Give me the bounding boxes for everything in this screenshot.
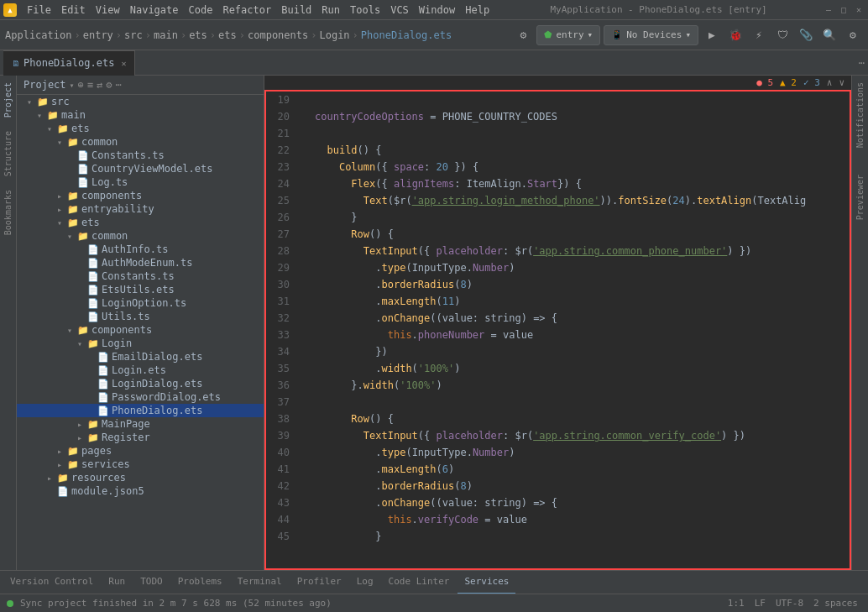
code-line-43[interactable]: .onChange((value: string) => { [315,494,843,511]
code-line-39[interactable]: TextInput({ placeholder: $r('app.string.… [315,427,843,444]
breadcrumb-src[interactable]: src [124,29,143,41]
tree-item-ets2[interactable]: ▾📁ets [17,216,264,229]
panel-sync-icon[interactable]: ⇄ [97,79,102,91]
tree-item-EtsUtils.ets[interactable]: 📄EtsUtils.ets [17,283,264,296]
close-button[interactable]: ✕ [853,4,865,16]
code-line-26[interactable]: } [315,209,843,226]
indent[interactable]: 2 spaces [810,598,861,609]
menu-navigate[interactable]: Navigate [125,0,184,20]
error-collapse-icon[interactable]: ∨ [839,77,844,88]
encoding[interactable]: UTF-8 [772,598,807,609]
code-line-40[interactable]: .type(InputType.Number) [315,444,843,461]
code-line-35[interactable]: .width('100%') [315,360,843,377]
tree-item-Constants.ts[interactable]: 📄Constants.ts [17,149,264,162]
menu-build[interactable]: Build [276,0,316,20]
tree-item-Login[interactable]: ▾📁Login [17,337,264,350]
tree-item-common2[interactable]: ▾📁common [17,229,264,243]
tree-item-AuthInfo.ts[interactable]: 📄AuthInfo.ts [17,243,264,256]
error-badge[interactable]: ● 5 [756,77,773,88]
previewer-label[interactable]: Previewer [855,171,865,223]
tree-item-Login.ets[interactable]: 📄Login.ets [17,364,264,377]
menu-view[interactable]: View [91,0,125,20]
warn-badge[interactable]: ▲ 2 [780,77,797,88]
line-ending[interactable]: LF [751,598,769,609]
menu-vcs[interactable]: VCS [385,0,414,20]
breadcrumb-login[interactable]: Login [319,29,349,41]
tree-item-components[interactable]: ▸📁components [17,189,264,202]
menu-edit[interactable]: Edit [56,0,91,20]
code-editor[interactable]: 1920212223242526272829303132333435363738… [264,90,851,570]
bottom-tab-profiler[interactable]: Profiler [290,571,348,594]
tree-item-services[interactable]: ▸📁services [17,458,264,471]
code-line-22[interactable]: build() { [315,142,843,159]
bottom-tab-services[interactable]: Services [458,571,515,594]
structure-panel-label[interactable]: Structure [2,124,14,183]
menu-window[interactable]: Window [414,0,460,20]
code-line-38[interactable]: Row() { [315,411,843,427]
menu-file[interactable]: File [22,0,56,20]
code-line-45[interactable]: } [315,528,843,545]
bookmarks-panel-label[interactable]: Bookmarks [2,183,14,242]
code-line-21[interactable] [315,125,843,142]
tree-item-PhoneDialog.ets[interactable]: 📄PhoneDialog.ets [17,404,264,417]
settings-icon-btn[interactable]: ⚙ [843,25,863,45]
code-line-32[interactable]: .onChange((value: string) => { [315,310,843,327]
tree-item-common[interactable]: ▾📁common [17,135,264,149]
panel-dropdown-icon[interactable]: ▾ [70,81,75,90]
info-badge[interactable]: ✓ 3 [803,77,820,88]
tree-item-pages[interactable]: ▸📁pages [17,444,264,458]
breadcrumb-ets1[interactable]: ets [189,29,207,41]
code-line-19[interactable] [315,92,843,108]
run-button[interactable]: ▶ [702,25,722,45]
cursor-position[interactable]: 1:1 [724,598,748,609]
devices-dropdown[interactable]: 📱 No Devices ▾ [604,25,698,45]
bottom-tab-problems[interactable]: Problems [171,571,229,594]
tab-phonedialog[interactable]: 🗎 PhoneDialog.ets ✕ [3,50,135,76]
bottom-tab-run[interactable]: Run [102,571,132,594]
error-expand-icon[interactable]: ∧ [827,77,833,88]
menu-help[interactable]: Help [460,0,494,20]
code-line-25[interactable]: Text($r('app.string.login_method_phone')… [315,192,843,209]
project-panel-label[interactable]: Project [2,76,14,124]
debug-button[interactable]: 🐞 [725,25,745,45]
attach-button[interactable]: 📎 [796,25,816,45]
panel-settings-icon[interactable]: ⚙ [106,79,112,91]
bottom-tab-version-control[interactable]: Version Control [3,571,100,594]
code-line-36[interactable]: }.width('100%') [315,377,843,394]
minimize-button[interactable]: — [823,4,834,16]
panel-list-icon[interactable]: ≡ [87,79,93,91]
coverage-button[interactable]: 🛡 [772,25,792,45]
code-line-44[interactable]: this.verifyCode = value [315,511,843,528]
code-line-30[interactable]: .borderRadius(8) [315,276,843,293]
tree-item-MainPage[interactable]: ▸📁MainPage [17,417,264,431]
tab-close-icon[interactable]: ✕ [121,59,126,68]
tree-item-Constants2.ts[interactable]: 📄Constants.ts [17,269,264,283]
bottom-tab-todo[interactable]: TODO [133,571,170,594]
code-line-34[interactable]: }) [315,343,843,360]
code-line-24[interactable]: Flex({ alignItems: ItemAlign.Start}) { [315,175,843,192]
search-icon-btn[interactable]: 🔍 [819,25,839,45]
tree-item-PasswordDialog.ets[interactable]: 📄PasswordDialog.ets [17,390,264,404]
settings-config-icon[interactable]: ⚙ [513,25,533,45]
tree-item-src[interactable]: ▾📁src [17,95,264,108]
breadcrumb-entry[interactable]: entry [83,29,113,41]
menu-run[interactable]: Run [316,0,345,20]
breadcrumb-file[interactable]: PhoneDialog.ets [361,29,452,41]
tree-item-module.json5[interactable]: 📄module.json5 [17,484,264,498]
bottom-tab-terminal[interactable]: Terminal [231,571,289,594]
code-line-23[interactable]: Column({ space: 20 }) { [315,159,843,175]
code-line-29[interactable]: .type(InputType.Number) [315,259,843,276]
bottom-tab-log[interactable]: Log [350,571,380,594]
code-line-20[interactable]: countryCodeOptions = PHONE_COUNTRY_CODES [315,108,843,125]
breadcrumb-ets2[interactable]: ets [218,29,237,41]
breadcrumb-application[interactable]: Application [5,29,71,41]
code-line-41[interactable]: .maxLength(6) [315,461,843,478]
breadcrumb-main[interactable]: main [154,29,178,41]
tree-item-AuthModeEnum.ts[interactable]: 📄AuthModeEnum.ts [17,256,264,269]
tree-item-Utils.ts[interactable]: 📄Utils.ts [17,310,264,323]
tree-item-resources[interactable]: ▸📁resources [17,471,264,484]
tree-item-EmailDialog.ets[interactable]: 📄EmailDialog.ets [17,350,264,364]
tree-item-LoginDialog.ets[interactable]: 📄LoginDialog.ets [17,377,264,390]
tabs-more-button[interactable]: ⋯ [859,57,865,69]
profile-button[interactable]: ⚡ [749,25,769,45]
